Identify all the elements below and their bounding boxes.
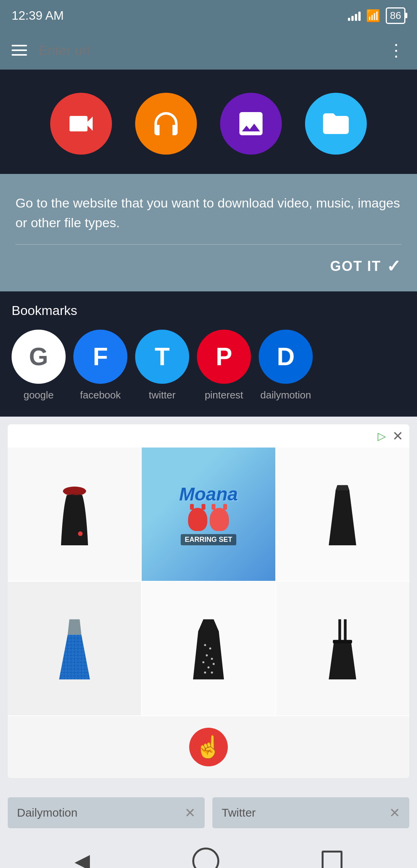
svg-point-8 [207,666,209,668]
headphones-icon [151,108,181,139]
svg-point-11 [211,672,213,674]
video-download-button[interactable] [50,93,112,155]
product-cell-3[interactable] [276,448,409,581]
pinterest-label: pinterest [205,389,243,401]
google-label: google [24,389,54,401]
dress-black-red-image [55,483,94,545]
svg-point-0 [63,487,86,496]
bottom-tabs-bar: Dailymotion ✕ Twitter ✕ [0,786,417,840]
twitter-tab-close[interactable]: ✕ [389,805,400,820]
svg-rect-13 [344,619,347,643]
svg-point-4 [209,647,211,649]
ad-container: ▷ ✕ Moana [8,424,409,778]
bookmark-facebook[interactable]: F facebook [73,330,127,401]
svg-point-3 [204,644,206,646]
product-cell-4[interactable] [8,582,141,715]
home-circle-icon [192,848,219,868]
checkmark-icon: ✓ [386,256,402,276]
status-right: 📶 86 [348,7,405,24]
product-cell-1[interactable] [8,448,141,581]
tooltip-text: Go to the website that you want to downl… [15,193,402,233]
bookmarks-section: Bookmarks G google F facebook T twitter … [0,291,417,417]
music-download-button[interactable] [135,93,197,155]
folder-icon [320,108,351,139]
status-time: 12:39 AM [12,9,64,23]
dress-blue-lace-image [57,618,92,679]
facebook-label: facebook [80,389,121,401]
ad-close-button[interactable]: ✕ [392,428,403,444]
twitter-tab[interactable]: Twitter ✕ [212,797,409,828]
product-cell-6[interactable] [276,582,409,715]
twitter-label: twitter [149,389,175,401]
recent-apps-square-icon [322,851,342,868]
moana-title-text: Moana [179,483,238,505]
nav-bar: ◀ [0,840,417,868]
home-button[interactable] [192,848,219,868]
svg-point-6 [211,658,213,660]
dailymotion-tab-close[interactable]: ✕ [185,805,195,820]
video-camera-icon [66,108,97,139]
product-image-grid: Moana EARRING SET [8,448,409,778]
svg-point-1 [78,531,83,536]
svg-point-5 [206,654,208,656]
bookmark-twitter[interactable]: T twitter [135,330,189,401]
svg-point-7 [202,661,204,663]
dress-black-sleeveless-image [325,483,360,545]
url-input[interactable] [39,43,376,58]
back-button[interactable]: ◀ [75,849,90,868]
got-it-button[interactable]: GOT IT ✓ [330,256,402,276]
image-download-button[interactable] [220,93,282,155]
facebook-circle: F [73,330,127,384]
tooltip-section: Go to the website that you want to downl… [0,174,417,291]
more-options-button[interactable]: ⋮ [388,42,405,59]
hero-section [0,70,417,174]
dailymotion-label: dailymotion [260,389,311,401]
svg-point-9 [213,663,215,665]
svg-point-10 [204,672,206,674]
moana-earring-creatures [188,508,229,531]
product-cell-5[interactable] [142,582,275,715]
folder-download-button[interactable] [305,93,367,155]
bookmark-dailymotion[interactable]: D dailymotion [259,330,313,401]
hand-stop-icon: ☝ [189,728,228,766]
twitter-tab-label: Twitter [222,806,256,819]
bookmarks-title: Bookmarks [12,303,405,318]
dailymotion-tab-label: Dailymotion [17,806,78,819]
top-bar: ⋮ [0,31,417,70]
wifi-icon: 📶 [366,9,380,22]
image-icon [236,108,266,139]
bookmark-pinterest[interactable]: P pinterest [197,330,251,401]
dress-black-pattern-image [191,618,226,679]
hand-icon-row[interactable]: ☝ [8,716,409,778]
earring-set-label: EARRING SET [181,534,236,545]
ad-play-icon: ▷ [378,430,386,443]
bookmark-google[interactable]: G google [12,330,66,401]
tooltip-divider [15,244,402,245]
pinterest-circle: P [197,330,251,384]
svg-rect-12 [339,619,341,643]
ad-controls: ▷ ✕ [378,428,403,444]
ad-section: ▷ ✕ Moana [0,417,417,786]
google-circle: G [12,330,66,384]
menu-button[interactable] [12,45,27,56]
twitter-circle: T [135,330,189,384]
dailymotion-tab[interactable]: Dailymotion ✕ [8,797,205,828]
bookmarks-row: G google F facebook T twitter P pinteres… [12,330,405,401]
product-cell-moana[interactable]: Moana EARRING SET [142,448,275,581]
svg-rect-14 [333,640,352,643]
battery-indicator: 86 [386,7,405,24]
dress-suspender-image [325,618,360,679]
ad-header: ▷ ✕ [8,424,409,448]
signal-icon [348,10,361,21]
status-bar: 12:39 AM 📶 86 [0,0,417,31]
dailymotion-circle: D [259,330,313,384]
got-it-row: GOT IT ✓ [15,256,402,276]
recent-apps-button[interactable] [322,851,342,868]
